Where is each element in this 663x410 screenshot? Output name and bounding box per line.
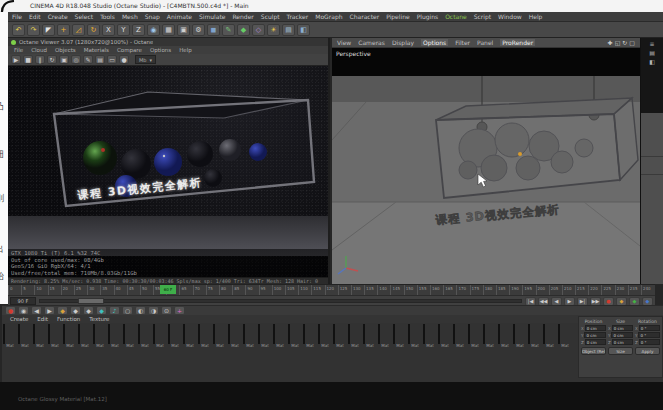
material-item[interactable]: Mat [393, 324, 407, 348]
menu-item[interactable]: Animate [167, 13, 192, 20]
material-item[interactable]: Mat [138, 324, 152, 348]
material-item[interactable]: Mat [228, 324, 242, 348]
menu-item[interactable]: Plugins [417, 13, 439, 20]
menu-item[interactable]: Help [529, 13, 543, 20]
material-item[interactable]: Mat [558, 324, 572, 348]
timeline-tick[interactable]: 115 [311, 285, 324, 295]
menu-item[interactable]: Create [48, 13, 68, 20]
window-titlebar[interactable]: CINEMA 4D R18.048 Studio (Octane Studio)… [0, 0, 663, 12]
camera-icon[interactable]: ▤ [282, 24, 295, 36]
render-settings-icon[interactable]: ⚙ [192, 24, 205, 36]
timeline-tick[interactable]: 35 [100, 285, 113, 295]
material-thumbnail[interactable] [168, 324, 170, 344]
timeline-tick[interactable]: 140 [377, 285, 390, 295]
layer-list-icon[interactable]: ≡ [649, 40, 654, 47]
rotation-field[interactable]: 0 ° [639, 325, 660, 331]
zoom-view-icon[interactable]: ◱ [615, 39, 621, 46]
timeline-tick[interactable]: 75 [206, 285, 219, 295]
timeline-ruler[interactable]: 0510152025303540455055606570758085909510… [8, 284, 655, 295]
material-thumbnail[interactable] [558, 324, 560, 344]
material-thumbnail[interactable] [543, 324, 545, 344]
timeline-tick[interactable]: 80 [219, 285, 232, 295]
material-item[interactable]: Mat [108, 324, 122, 348]
environment-icon[interactable]: ◧ [297, 24, 310, 36]
timeline-tick[interactable]: 210 [562, 285, 575, 295]
sound-button[interactable]: ♪ [109, 306, 120, 315]
viewport-menu-item[interactable]: View [337, 39, 351, 46]
menu-item[interactable]: Select [75, 13, 94, 20]
material-item[interactable]: Mat [423, 324, 437, 348]
timeline-tick[interactable]: 0 [8, 285, 21, 295]
object-manager-icon[interactable]: ▤ [649, 49, 655, 56]
menu-item[interactable]: Simulate [199, 13, 226, 20]
material-thumbnail[interactable] [513, 324, 515, 344]
material-item[interactable]: Mat [438, 324, 452, 348]
viewport-label[interactable]: Perspective [336, 50, 371, 57]
material-item[interactable]: Mat [483, 324, 497, 348]
timeline-tick[interactable]: 190 [509, 285, 522, 295]
range-handle[interactable] [78, 298, 104, 304]
current-frame-field[interactable]: 90 F [10, 297, 36, 305]
timeline-tick[interactable]: 50 [140, 285, 153, 295]
live-viewer-menu-item[interactable]: Help [179, 47, 192, 53]
timeline-tick[interactable]: 155 [417, 285, 430, 295]
key-position-button[interactable]: ◆ [57, 306, 68, 315]
material-thumbnail[interactable] [483, 324, 485, 344]
lock-z-button[interactable]: Z [132, 24, 145, 36]
live-selection-icon[interactable]: ◤ [42, 24, 55, 36]
timeline-tick[interactable]: 195 [522, 285, 535, 295]
timeline-playhead[interactable]: 60 F [160, 285, 176, 294]
material-item[interactable]: Mat [453, 324, 467, 348]
material-item[interactable]: Mat [408, 324, 422, 348]
material-thumbnail[interactable] [63, 324, 65, 344]
live-viewer-menu-item[interactable]: Objects [55, 47, 76, 53]
menu-item[interactable]: Pipeline [386, 13, 409, 20]
menu-item[interactable]: MoGraph [315, 13, 342, 20]
material-thumbnail[interactable] [348, 324, 350, 344]
timeline-tick[interactable]: 235 [628, 285, 641, 295]
pan-view-icon[interactable]: ✚ [608, 39, 613, 46]
material-thumbnail[interactable] [153, 324, 155, 344]
menu-item[interactable]: Sculpt [261, 13, 280, 20]
menu-item[interactable]: Tracker [287, 13, 309, 20]
material-item[interactable]: Mat [318, 324, 332, 348]
material-item[interactable]: Mat [258, 324, 272, 348]
material-thumbnail[interactable] [498, 324, 500, 344]
material-thumbnail[interactable] [468, 324, 470, 344]
menu-item[interactable]: Snap [145, 13, 160, 20]
material-item[interactable]: Mat [363, 324, 377, 348]
solo-single-button[interactable]: ◐ [135, 306, 146, 315]
menu-item[interactable]: Tools [100, 13, 115, 20]
render-picture-viewer-icon[interactable]: ▣ [177, 24, 190, 36]
restart-render-button[interactable]: ▶ [11, 55, 21, 64]
material-thumbnail[interactable] [528, 324, 530, 344]
material-menu-item[interactable]: Texture [89, 316, 109, 322]
material-item[interactable]: Mat [153, 324, 167, 348]
menu-item[interactable]: Window [498, 13, 522, 20]
next-key-icon[interactable]: ▶ [44, 306, 55, 315]
timeline-tick[interactable]: 70 [193, 285, 206, 295]
material-thumbnail[interactable] [408, 324, 410, 344]
material-item[interactable]: Mat [543, 324, 557, 348]
preview-range-slider[interactable] [39, 299, 522, 303]
apply-button[interactable]: Apply [635, 347, 660, 355]
material-item[interactable]: Mat [288, 324, 302, 348]
material-item[interactable]: Mat [183, 324, 197, 348]
material-item[interactable]: Mat [273, 324, 287, 348]
light-icon[interactable]: ☀ [267, 24, 280, 36]
region-render-button[interactable]: ▭ [107, 55, 117, 64]
mode-dropdown-left[interactable]: Object (Rel.) [581, 347, 606, 355]
timeline-tick[interactable]: 240 [641, 285, 654, 295]
menu-item[interactable]: Render [232, 13, 253, 20]
camera-sync-button[interactable]: ▤ [95, 55, 105, 64]
material-thumbnail[interactable] [198, 324, 200, 344]
solo-off-button[interactable]: ○ [122, 306, 133, 315]
material-picker-button[interactable]: ✎ [83, 55, 93, 64]
timeline-tick[interactable]: 125 [338, 285, 351, 295]
record-button[interactable]: ● [5, 306, 16, 315]
timeline-tick[interactable]: 185 [496, 285, 509, 295]
material-thumbnail[interactable] [3, 324, 5, 344]
size-field[interactable]: 0 cm [612, 339, 633, 345]
clay-mode-button[interactable]: ● [119, 55, 129, 64]
material-item[interactable]: Mat [198, 324, 212, 348]
